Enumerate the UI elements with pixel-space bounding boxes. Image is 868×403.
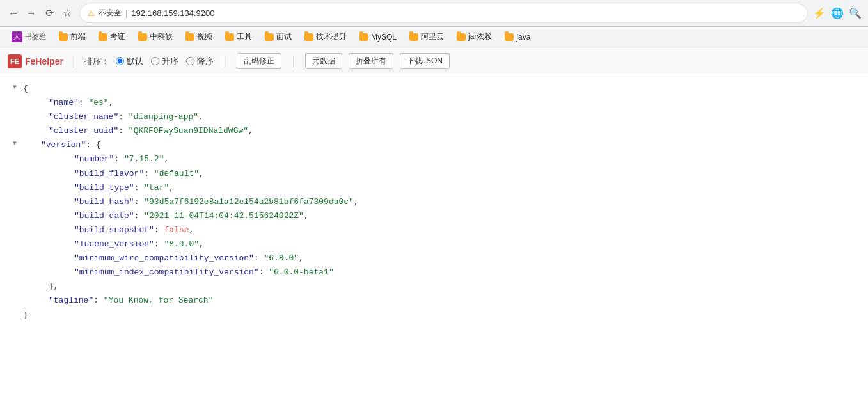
bookmark-jar[interactable]: jar依赖: [452, 30, 497, 43]
folder-icon: [138, 33, 147, 41]
url-text: 192.168.159.134:9200: [131, 8, 214, 18]
folder-icon: [225, 33, 234, 41]
val-build-flavor: "default": [154, 167, 199, 181]
address-bar[interactable]: ⚠ 不安全 | 192.168.159.134:9200: [79, 4, 808, 23]
fehelper-logo-icon: FE: [8, 54, 22, 68]
json-line-number: "number" : "7.15.2" ,: [13, 152, 855, 166]
folder-icon: [457, 33, 466, 41]
fold-all-button[interactable]: 折叠所有: [349, 53, 393, 69]
metadata-button[interactable]: 元数据: [305, 53, 342, 69]
bookmark-java[interactable]: java: [500, 31, 535, 43]
key-build-date: "build_date": [74, 209, 134, 223]
collapse-version-arrow[interactable]: ▼: [13, 138, 23, 149]
key-cluster-uuid: "cluster_uuid": [49, 124, 118, 138]
nav-buttons: ← → ⟳ ☆: [6, 6, 74, 20]
bookmark-label: 技术提升: [316, 31, 347, 42]
val-tagline: "You Know, for Search": [104, 294, 214, 308]
key-cluster-name: "cluster_name": [49, 110, 118, 124]
insecure-label: 不安全: [99, 8, 122, 19]
sort-default-radio[interactable]: [116, 57, 124, 65]
folder-icon: [304, 33, 313, 41]
folder-icon: [505, 33, 514, 41]
bookmark-label: 前端: [70, 31, 86, 42]
fehelper-logo: FE FeHelper: [8, 54, 63, 68]
bookmark-tools[interactable]: 工具: [220, 30, 257, 43]
json-line-name: "name" : "es" ,: [13, 96, 855, 110]
val-build-type: "tar": [144, 181, 169, 195]
back-button[interactable]: ←: [6, 6, 20, 20]
bookmark-label: 工具: [237, 31, 252, 42]
val-name: "es": [88, 96, 108, 110]
sort-asc-radio[interactable]: [151, 57, 159, 65]
lock-icon: ⚠: [88, 9, 95, 18]
folder-icon: [265, 33, 274, 41]
refresh-button[interactable]: ⟳: [42, 6, 56, 20]
folder-icon: [409, 33, 418, 41]
key-build-hash: "build_hash": [74, 195, 134, 209]
val-build-hash: "93d5a7f6192e8a1a12e154a2b81bf6fa7309da0…: [144, 195, 354, 209]
download-json-button[interactable]: 下载JSON: [400, 53, 450, 69]
bookmark-label: MySQL: [371, 33, 397, 42]
bookmark-kaoz[interactable]: 考证: [93, 30, 130, 43]
toolbar-divider-2: |: [292, 54, 295, 68]
json-root-close: }: [13, 308, 855, 322]
bookmarks-bar: 人 书签栏 前端 考证 中科软 视频 工具 面试 技术提升 MySQL 阿里云 …: [0, 27, 868, 47]
json-line-build-hash: "build_hash" : "93d5a7f6192e8a1a12e154a2…: [13, 195, 855, 209]
folder-icon: [59, 33, 68, 41]
val-min-wire: "6.8.0": [264, 251, 299, 265]
val-lucene-version: "8.9.0": [164, 237, 199, 251]
bookmark-aliyun[interactable]: 阿里云: [404, 30, 449, 43]
key-build-snapshot: "build_snapshot": [74, 223, 154, 237]
bookmark-interview[interactable]: 面试: [260, 30, 297, 43]
val-number: "7.15.2": [124, 152, 164, 166]
bookmark-label: 考证: [110, 31, 125, 42]
val-build-date: "2021-11-04T14:04:42.515624022Z": [144, 209, 304, 223]
val-cluster-uuid: "QKRFOFwySuan9IDNaldWGw": [129, 124, 248, 138]
sort-radio-group: 默认 升序 降序: [116, 56, 214, 67]
browser-chrome: ← → ⟳ ☆ ⚠ 不安全 | 192.168.159.134:9200 ⚡ 🌐…: [0, 0, 868, 27]
bookmark-zhongkesuo[interactable]: 中科软: [133, 30, 178, 43]
json-line-build-snapshot: "build_snapshot" : false ,: [13, 223, 855, 237]
sort-desc-option[interactable]: 降序: [186, 56, 214, 67]
bookmark-star-button[interactable]: ☆: [60, 6, 74, 20]
json-line-tagline: "tagline" : "You Know, for Search": [13, 294, 855, 308]
sort-asc-option[interactable]: 升序: [151, 56, 178, 67]
json-root-open: ▼ {: [13, 82, 855, 96]
json-line-build-flavor: "build_flavor" : "default" ,: [13, 167, 855, 181]
bookmark-tech[interactable]: 技术提升: [299, 30, 352, 43]
folder-icon: [359, 33, 368, 41]
sort-desc-radio[interactable]: [186, 57, 194, 65]
key-tagline: "tagline": [49, 294, 93, 308]
toolbar-separator-1: |: [72, 54, 75, 68]
json-line-cluster-uuid: "cluster_uuid" : "QKRFOFwySuan9IDNaldWGw…: [13, 124, 855, 138]
bookmark-video[interactable]: 视频: [180, 30, 217, 43]
key-build-type: "build_type": [74, 181, 134, 195]
bookmark-label: java: [516, 33, 530, 42]
collapse-root-arrow[interactable]: ▼: [13, 82, 23, 93]
bookmark-qianduanrenshe[interactable]: 人 书签栏: [6, 30, 51, 43]
json-line-lucene: "lucene_version" : "8.9.0" ,: [13, 237, 855, 251]
zoom-icon[interactable]: 🔍: [849, 7, 862, 19]
bookmark-mysql[interactable]: MySQL: [354, 31, 402, 43]
key-min-wire: "minimum_wire_compatibility_version": [74, 251, 254, 265]
json-line-build-date: "build_date" : "2021-11-04T14:04:42.5156…: [13, 209, 855, 223]
bookmark-label: 视频: [197, 31, 212, 42]
brand-icon: 人: [12, 31, 22, 42]
key-number: "number": [74, 152, 114, 166]
key-min-index: "minimum_index_compatibility_version": [74, 265, 259, 280]
translate-icon[interactable]: 🌐: [831, 7, 844, 19]
json-version-close: },: [13, 280, 855, 294]
sort-default-option[interactable]: 默认: [116, 56, 143, 67]
key-lucene-version: "lucene_version": [74, 237, 154, 251]
bookmark-label: 书签栏: [25, 32, 46, 42]
browser-right-icons: ⚡ 🌐 🔍: [813, 7, 862, 19]
forward-button[interactable]: →: [24, 6, 38, 20]
bookmark-qianduan[interactable]: 前端: [54, 30, 91, 43]
bookmark-label: 阿里云: [421, 31, 444, 42]
bookmark-label: 中科软: [150, 31, 173, 42]
toolbar-divider: |: [224, 54, 227, 68]
fix-encoding-button[interactable]: 乱码修正: [237, 53, 281, 69]
bookmark-label: 面试: [276, 31, 292, 42]
json-line-min-index: "minimum_index_compatibility_version" : …: [13, 265, 855, 280]
lightning-icon[interactable]: ⚡: [813, 7, 826, 19]
